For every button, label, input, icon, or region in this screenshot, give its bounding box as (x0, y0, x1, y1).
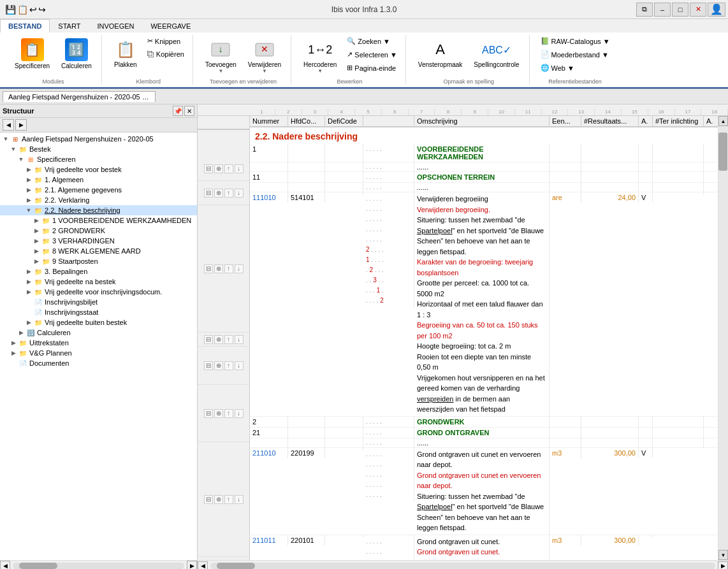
sidebar-item-1[interactable]: ▼⊞Aanleg Fietspad Nergenshuizen - 2020-0… (0, 134, 197, 144)
tree-toggle-5[interactable]: ▶ (24, 176, 33, 183)
sidebar-item-10[interactable]: ▶📁2 GRONDWERK (0, 226, 197, 236)
specificeren-button[interactable]: 📋 Specificeren (10, 35, 54, 73)
tree-toggle-8[interactable]: ▼ (24, 207, 33, 213)
tree-toggle-13[interactable]: ▶ (32, 258, 41, 264)
sidebar-nav-up[interactable]: ◀ (3, 119, 14, 131)
plakken-button[interactable]: 📋 Plakken (110, 35, 142, 71)
zoeken-button[interactable]: 🔍 Zoeken ▼ (344, 35, 400, 47)
tree-toggle-2[interactable]: ▼ (9, 146, 18, 152)
sidebar-item-8[interactable]: ▼📁2.2. Nadere beschrijving (0, 205, 197, 215)
main-table[interactable]: Nummer HfdCo... DefiCode Omschrijving Ee… (250, 116, 718, 560)
row-btn-↓[interactable]: ↓ (235, 495, 244, 504)
row-btn-⊕[interactable]: ⊕ (214, 335, 223, 344)
sidebar-scroll[interactable]: ◀ ▶ (0, 560, 197, 569)
sidebar-item-15[interactable]: ▶📁Vrij gedeelte na bestek (0, 277, 197, 287)
sidebar-item-6[interactable]: ▶📁2.1. Algemene gegevens (0, 185, 197, 195)
sidebar-item-9[interactable]: ▶📁1 VOORBEREIDENDE WERKZAAMHEDEN (0, 215, 197, 226)
row-btn-↑[interactable]: ↑ (224, 495, 233, 504)
row-btn-⊟[interactable]: ⊟ (204, 164, 213, 173)
vensteropmaak-button[interactable]: A Vensteropmaak (414, 35, 467, 71)
toevoegen-button[interactable]: ↓ Toevoegen ▼ (201, 35, 241, 77)
row-btn-↑[interactable]: ↑ (224, 189, 233, 198)
sidebar-item-7[interactable]: ▶📁2.2. Verklaring (0, 195, 197, 205)
row-btn-↓[interactable]: ↓ (235, 361, 244, 370)
web-arrow[interactable]: ▼ (567, 64, 574, 72)
row-btn-↑[interactable]: ↑ (224, 164, 233, 173)
tab-start[interactable]: START (50, 19, 89, 32)
col-defi[interactable]: DefiCode (325, 116, 363, 126)
selecteren-button[interactable]: ↗ Selecteren ▼ (344, 48, 400, 61)
tab-bestand[interactable]: BESTAND (0, 19, 50, 32)
tree-toggle-12[interactable]: ▶ (32, 248, 41, 254)
raw-arrow[interactable]: ▼ (603, 38, 610, 45)
raw-catalogus-button[interactable]: 📗 RAW-Catalogus ▼ (537, 35, 613, 47)
tree-toggle-7[interactable]: ▶ (24, 197, 33, 203)
scroll-up-btn[interactable]: ▲ (718, 116, 728, 126)
col-a1[interactable]: A. (639, 116, 653, 126)
col-res[interactable]: #Resultaats... (581, 116, 639, 126)
knippen-button[interactable]: ✂ Knippen (144, 35, 187, 47)
tree-toggle-22[interactable]: ▶ (9, 350, 18, 356)
tree-toggle-14[interactable]: ▶ (24, 268, 33, 275)
sidebar-item-4[interactable]: ▶📁Vrij gedeelte voor bestek (0, 164, 197, 175)
hercoderen-button[interactable]: 1↔2 Hercoderen ▼ (299, 35, 341, 77)
row-btn-↑[interactable]: ↑ (224, 264, 233, 273)
moeder-arrow[interactable]: ▼ (602, 51, 609, 59)
tree-toggle-6[interactable]: ▶ (24, 187, 33, 193)
kopieren-button[interactable]: ⿻ Kopiëren (144, 48, 187, 60)
row-btn-⊟[interactable]: ⊟ (204, 361, 213, 370)
col-omschrijving[interactable]: Omschrijving (414, 116, 550, 126)
cell-num-211010[interactable]: 211010 (250, 448, 288, 458)
col-a2[interactable]: A. (704, 116, 718, 126)
tree-toggle-20[interactable]: ▶ (17, 329, 25, 336)
tree-toggle-9[interactable]: ▶ (32, 217, 41, 224)
col-een[interactable]: Een... (550, 116, 581, 126)
row-btn-↓[interactable]: ↓ (235, 264, 244, 273)
row-btn-⊟[interactable]: ⊟ (204, 495, 213, 504)
user-icon[interactable]: 👤 (708, 3, 725, 17)
hscroll-left-btn[interactable]: ◀ (198, 561, 208, 570)
calculeren-button[interactable]: 🔢 Calculeren (57, 35, 96, 73)
restore-button[interactable]: ⧉ (636, 3, 653, 17)
row-btn-↓[interactable]: ↓ (235, 409, 244, 418)
tree-toggle-4[interactable]: ▶ (24, 166, 33, 173)
moederbestand-button[interactable]: 📄 Moederbestand ▼ (537, 48, 613, 61)
tree-toggle-10[interactable]: ▶ (32, 227, 41, 234)
vertical-scrollbar[interactable]: ▲ ▼ (718, 116, 728, 560)
row-btn-↓[interactable]: ↓ (235, 189, 244, 198)
cell-num-211011[interactable]: 211011 (250, 535, 288, 545)
row-btn-⊕[interactable]: ⊕ (214, 495, 223, 504)
verwijderen-button[interactable]: ✕ Verwijderen ▼ (244, 35, 286, 77)
tree-toggle-21[interactable]: ▶ (9, 340, 18, 346)
hercoderen-arrow[interactable]: ▼ (316, 68, 324, 74)
row-btn-⊕[interactable]: ⊕ (214, 189, 223, 198)
row-btn-↑[interactable]: ↑ (224, 361, 233, 370)
sidebar-nav-down[interactable]: ▶ (15, 119, 27, 131)
row-btn-⊕[interactable]: ⊕ (214, 164, 223, 173)
row-btn-⊟[interactable]: ⊟ (204, 264, 213, 273)
sidebar-item-12[interactable]: ▶📁8 WERK ALGEMENE AARD (0, 246, 197, 256)
maximize-button[interactable]: □ (672, 3, 688, 17)
col-ter[interactable]: #Ter inlichting (653, 116, 704, 126)
sidebar-item-5[interactable]: ▶📁1. Algemeen (0, 175, 197, 185)
row-btn-↑[interactable]: ↑ (224, 335, 233, 344)
tab-invoegen[interactable]: INVOEGEN (89, 19, 142, 32)
num-link-211010[interactable]: 211010 (252, 449, 276, 457)
sidebar-item-17[interactable]: 📄Inschrijvingsbiljet (0, 297, 197, 307)
bottom-scrollbar[interactable]: ◀ ▶ (198, 560, 728, 569)
sidebar-item-22[interactable]: ▶📁V&G Plannen (0, 348, 197, 358)
sidebar-item-2[interactable]: ▼📁Bestek (0, 144, 197, 154)
row-btn-⊕[interactable]: ⊕ (214, 409, 223, 418)
selecteren-arrow[interactable]: ▼ (390, 51, 397, 59)
row-btn-⊟[interactable]: ⊟ (204, 409, 213, 418)
sidebar-item-18[interactable]: 📄Inschrijvingsstaat (0, 307, 197, 317)
row-btn-⊕[interactable]: ⊕ (214, 361, 223, 370)
tree-toggle-1[interactable]: ▼ (1, 136, 10, 142)
minimize-button[interactable]: – (654, 3, 671, 17)
zoeken-arrow[interactable]: ▼ (383, 38, 390, 45)
sidebar-item-23[interactable]: 📄Documenten (0, 358, 197, 368)
spellingcontrole-button[interactable]: ABC✓ Spellingcontrole (469, 35, 523, 71)
tree-toggle-15[interactable]: ▶ (24, 278, 33, 285)
row-btn-⊟[interactable]: ⊟ (204, 189, 213, 198)
cell-num-111010[interactable]: 111010 (250, 192, 288, 203)
